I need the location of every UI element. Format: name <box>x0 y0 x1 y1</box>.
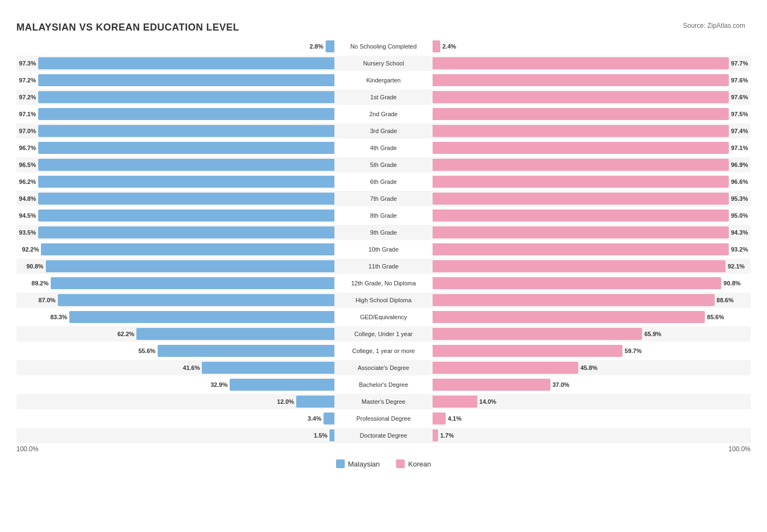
right-bar-wrapper: 97.5% <box>433 108 751 120</box>
chart-title: MALAYSIAN VS KOREAN EDUCATION LEVEL <box>16 22 751 33</box>
malaysian-value: 12.0% <box>274 398 294 405</box>
legend-label-korean: Korean <box>408 460 431 468</box>
korean-value: 1.7% <box>440 432 460 439</box>
right-bar-wrapper: 92.1% <box>433 260 751 272</box>
education-level-label: Associate's Degree <box>334 364 433 371</box>
malaysian-bar <box>38 57 334 69</box>
korean-bar <box>433 362 578 374</box>
korean-value: 4.1% <box>448 415 468 422</box>
right-bar-wrapper: 95.3% <box>433 193 751 205</box>
malaysian-value: 97.2% <box>16 94 36 100</box>
education-level-label: 10th Grade <box>334 246 433 253</box>
education-level-label: College, Under 1 year <box>334 331 433 337</box>
legend-box-korean <box>396 459 405 468</box>
right-section: 97.5% <box>433 106 751 122</box>
korean-value: 97.6% <box>731 77 751 83</box>
korean-bar <box>433 125 729 137</box>
table-row: 97.2% Kindergarten 97.6% <box>16 73 751 88</box>
table-row: 94.8% 7th Grade 95.3% <box>16 191 751 206</box>
right-bar-wrapper: 2.4% <box>433 40 751 52</box>
left-bar-wrapper: 97.1% <box>16 108 334 120</box>
left-section: 96.2% <box>16 174 334 189</box>
malaysian-value: 96.7% <box>16 145 36 151</box>
korean-value: 92.1% <box>728 263 747 270</box>
korean-bar <box>433 413 446 425</box>
table-row: 93.5% 9th Grade 94.3% <box>16 225 751 240</box>
korean-value: 97.7% <box>731 60 751 67</box>
malaysian-value: 87.0% <box>36 297 56 303</box>
left-section: 89.2% <box>16 276 334 291</box>
right-bar-wrapper: 93.2% <box>433 243 751 255</box>
malaysian-value: 96.5% <box>16 162 36 168</box>
education-level-label: Bachelor's Degree <box>334 381 433 388</box>
malaysian-bar <box>38 193 334 205</box>
korean-value: 97.5% <box>731 111 751 117</box>
malaysian-bar <box>38 226 334 238</box>
korean-value: 37.0% <box>553 381 572 388</box>
korean-bar <box>433 379 550 391</box>
table-row: 3.4% Professional Degree 4.1% <box>16 411 751 426</box>
malaysian-bar <box>38 74 334 86</box>
malaysian-value: 97.1% <box>16 111 36 117</box>
left-bar-wrapper: 96.5% <box>16 159 334 171</box>
left-bar-wrapper: 93.5% <box>16 226 334 238</box>
malaysian-value: 41.6% <box>180 364 200 371</box>
korean-bar <box>433 210 729 222</box>
left-bar-wrapper: 97.2% <box>16 91 334 103</box>
right-section: 96.6% <box>433 174 751 189</box>
right-bar-wrapper: 90.8% <box>433 277 751 289</box>
left-bar-wrapper: 32.9% <box>16 379 334 391</box>
korean-value: 93.2% <box>731 246 751 253</box>
table-row: 97.2% 1st Grade 97.6% <box>16 89 751 105</box>
korean-bar <box>433 429 438 441</box>
right-bar-wrapper: 97.6% <box>433 91 751 103</box>
malaysian-bar <box>38 176 334 188</box>
korean-value: 95.3% <box>731 195 751 202</box>
left-section: 55.6% <box>16 343 334 358</box>
left-bar-wrapper: 92.2% <box>16 243 334 255</box>
right-section: 92.1% <box>433 259 751 274</box>
education-level-label: College, 1 year or more <box>334 348 433 354</box>
korean-bar <box>433 159 729 171</box>
left-section: 97.2% <box>16 89 334 105</box>
table-row: 89.2% 12th Grade, No Diploma 90.8% <box>16 276 751 291</box>
right-section: 65.9% <box>433 326 751 342</box>
left-bar-wrapper: 97.0% <box>16 125 334 137</box>
legend-item-malaysian: Malaysian <box>336 459 380 468</box>
table-row: 97.1% 2nd Grade 97.5% <box>16 106 751 122</box>
malaysian-bar <box>38 125 334 137</box>
malaysian-bar <box>38 210 334 222</box>
axis-labels: 100.0% 100.0% <box>16 445 751 453</box>
malaysian-bar <box>296 396 334 408</box>
left-bar-wrapper: 1.5% <box>16 429 334 441</box>
malaysian-bar <box>38 108 334 120</box>
malaysian-value: 2.8% <box>304 43 323 50</box>
korean-bar <box>433 57 729 69</box>
korean-value: 14.0% <box>480 398 499 405</box>
education-level-label: 3rd Grade <box>334 128 433 134</box>
table-row: 97.3% Nursery School 97.7% <box>16 56 751 71</box>
right-bar-wrapper: 4.1% <box>433 413 751 425</box>
right-section: 4.1% <box>433 411 751 426</box>
korean-value: 94.3% <box>731 229 751 236</box>
table-row: 96.5% 5th Grade 96.9% <box>16 157 751 172</box>
education-level-label: GED/Equivalency <box>334 314 433 320</box>
right-bar-wrapper: 45.8% <box>433 362 751 374</box>
malaysian-value: 32.9% <box>208 381 227 388</box>
korean-value: 45.8% <box>580 364 600 371</box>
right-section: 97.1% <box>433 140 751 156</box>
malaysian-value: 97.0% <box>16 128 36 134</box>
education-level-label: 2nd Grade <box>334 111 433 117</box>
right-axis-label: 100.0% <box>728 445 751 453</box>
korean-value: 96.9% <box>731 162 751 168</box>
left-section: 97.3% <box>16 56 334 71</box>
korean-bar <box>433 260 726 272</box>
malaysian-bar <box>58 294 334 306</box>
malaysian-bar <box>323 413 334 425</box>
table-row: 12.0% Master's Degree 14.0% <box>16 394 751 409</box>
left-bar-wrapper: 94.8% <box>16 193 334 205</box>
right-section: 37.0% <box>433 377 751 392</box>
table-row: 90.8% 11th Grade 92.1% <box>16 259 751 274</box>
malaysian-value: 97.2% <box>16 77 36 83</box>
education-level-label: 4th Grade <box>334 145 433 151</box>
